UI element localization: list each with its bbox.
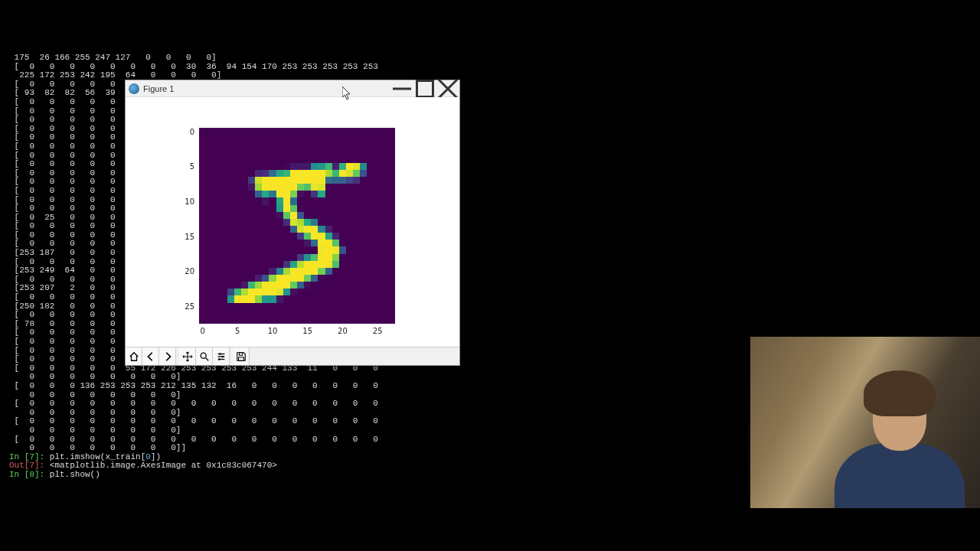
ytick: 10 xyxy=(176,197,194,206)
svg-rect-13 xyxy=(238,357,243,360)
svg-point-9 xyxy=(218,353,220,355)
matplotlib-figure-window: Figure 1 05101520250510152025 xyxy=(125,80,460,366)
svg-rect-1 xyxy=(417,80,433,96)
save-button[interactable] xyxy=(233,347,250,365)
close-button[interactable] xyxy=(436,80,459,96)
ytick: 0 xyxy=(176,128,194,136)
window-controls xyxy=(390,80,459,96)
plot-area: 05101520250510152025 xyxy=(126,97,459,347)
ytick: 25 xyxy=(176,302,194,311)
zoom-button[interactable] xyxy=(196,347,213,365)
letterbox-bottom xyxy=(0,504,980,551)
svg-line-5 xyxy=(205,357,208,360)
svg-point-4 xyxy=(201,353,206,358)
letterbox-top xyxy=(0,0,980,47)
svg-rect-12 xyxy=(239,352,242,355)
ytick: 20 xyxy=(176,267,194,276)
heatmap-axes: 05101520250510152025 xyxy=(199,128,395,324)
matplotlib-icon xyxy=(129,83,139,94)
xtick: 15 xyxy=(299,327,317,335)
webcam-overlay xyxy=(750,337,980,508)
xtick: 0 xyxy=(194,327,212,335)
pan-button[interactable] xyxy=(179,347,196,365)
xtick: 10 xyxy=(263,327,282,335)
svg-point-11 xyxy=(218,358,220,360)
forward-button[interactable] xyxy=(159,347,176,365)
ytick: 15 xyxy=(176,233,194,241)
configure-subplots-button[interactable] xyxy=(213,347,230,365)
svg-point-10 xyxy=(221,355,224,357)
titlebar[interactable]: Figure 1 xyxy=(126,80,459,97)
back-button[interactable] xyxy=(142,347,159,365)
window-title: Figure 1 xyxy=(143,84,174,93)
mnist-heatmap xyxy=(199,128,395,324)
maximize-button[interactable] xyxy=(413,80,436,96)
ytick: 5 xyxy=(176,162,194,171)
home-button[interactable] xyxy=(126,347,142,365)
xtick: 25 xyxy=(368,327,387,335)
matplotlib-toolbar xyxy=(126,347,459,365)
xtick: 5 xyxy=(228,327,247,335)
xtick: 20 xyxy=(333,327,351,335)
minimize-button[interactable] xyxy=(390,80,413,96)
